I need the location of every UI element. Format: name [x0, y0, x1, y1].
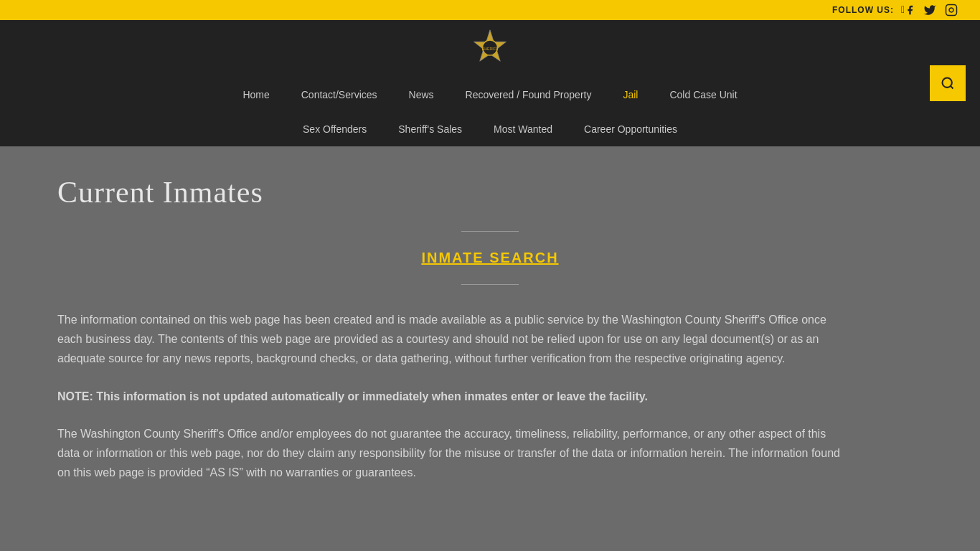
nav-career-opportunities[interactable]: Career Opportunities — [568, 112, 693, 146]
divider-top — [461, 231, 519, 232]
nav-sex-offenders[interactable]: Sex Offenders — [287, 112, 382, 146]
social-icons-group:  — [901, 3, 958, 17]
note-prefix: NOTE: — [57, 390, 96, 402]
search-icon — [941, 76, 955, 90]
svg-rect-0 — [946, 5, 957, 16]
nav-home[interactable]: Home — [227, 77, 285, 112]
divider-bottom — [461, 284, 519, 285]
nav-row-2: Sex Offenders Sheriff's Sales Most Wante… — [0, 112, 980, 146]
info-paragraph: The information contained on this web pa… — [57, 310, 847, 369]
follow-us-label: FOLLOW US: — [832, 5, 894, 15]
nav-jail[interactable]: Jail — [607, 77, 654, 112]
nav-news[interactable]: News — [393, 77, 450, 112]
nav-recovered-found[interactable]: Recovered / Found Property — [450, 77, 608, 112]
svg-line-6 — [951, 86, 953, 89]
sheriff-logo: SHERIFF — [468, 27, 512, 70]
header: SHERIFF Home Contact/Services News Recov… — [0, 20, 980, 146]
svg-point-5 — [943, 78, 952, 88]
nav-cold-case[interactable]: Cold Case Unit — [654, 77, 753, 112]
page-title: Current Inmates — [57, 175, 923, 209]
nav-most-wanted[interactable]: Most Wanted — [478, 112, 568, 146]
search-button[interactable] — [930, 65, 966, 101]
top-bar: FOLLOW US:  — [0, 0, 980, 20]
logo-area: SHERIFF — [468, 27, 512, 70]
facebook-icon[interactable]:  — [901, 3, 915, 17]
instagram-icon[interactable] — [944, 3, 958, 17]
disclaimer-paragraph: The Washington County Sheriff's Office a… — [57, 424, 847, 483]
note-paragraph: NOTE: This information is not updated au… — [57, 387, 847, 406]
main-content: Current Inmates INMATE SEARCH The inform… — [0, 146, 980, 551]
twitter-icon[interactable] — [923, 3, 937, 17]
nav-row-1: Home Contact/Services News Recovered / F… — [0, 77, 980, 112]
note-bold-text: This information is not updated automati… — [96, 390, 648, 402]
inmate-search-link[interactable]: INMATE SEARCH — [57, 250, 923, 266]
nav-contact-services[interactable]: Contact/Services — [286, 77, 393, 112]
svg-text:SHERIFF: SHERIFF — [482, 47, 498, 51]
nav-sheriffs-sales[interactable]: Sheriff's Sales — [382, 112, 478, 146]
